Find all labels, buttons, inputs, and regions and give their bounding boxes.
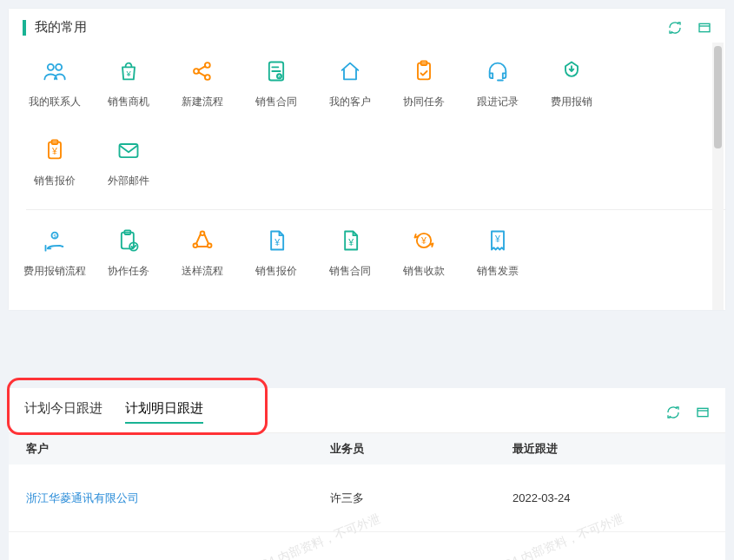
favorite-label: 我的客户 bbox=[329, 95, 371, 109]
divider bbox=[26, 209, 725, 210]
svg-text:¥: ¥ bbox=[420, 235, 427, 246]
yen-arrows-icon: ¥ bbox=[409, 227, 439, 254]
contract-icon: ¥ bbox=[261, 58, 291, 84]
favorites-header: 我的常用 bbox=[9, 9, 725, 43]
cycle-icon bbox=[188, 227, 217, 254]
mail-icon bbox=[114, 137, 143, 163]
favorite-reimbflow[interactable]: $费用报销流程 bbox=[17, 227, 91, 279]
th-last: 最近跟进 bbox=[495, 441, 725, 457]
hand-coin-icon: $ bbox=[40, 227, 69, 254]
svg-text:¥: ¥ bbox=[125, 69, 131, 78]
favorite-quote[interactable]: ¥销售报价 bbox=[17, 137, 91, 188]
favorite-label: 外部邮件 bbox=[108, 174, 149, 188]
favorite-label: 跟进记录 bbox=[477, 95, 519, 109]
favorite-sampleflow[interactable]: 送样流程 bbox=[165, 227, 239, 279]
favorite-label: 费用报销流程 bbox=[23, 264, 86, 279]
favorite-customer[interactable]: 我的客户 bbox=[313, 58, 387, 109]
headset-icon bbox=[483, 58, 512, 84]
share-icon bbox=[188, 58, 217, 84]
table-header-row: 客户 业务员 最近跟进 bbox=[9, 433, 725, 464]
favorite-newflow[interactable]: 新建流程 bbox=[165, 58, 239, 109]
favorite-label: 协同任务 bbox=[403, 95, 445, 109]
favorite-receipt[interactable]: ¥销售收款 bbox=[387, 227, 460, 279]
scrollbar-thumb[interactable] bbox=[714, 46, 722, 148]
favorite-label: 销售商机 bbox=[108, 95, 149, 109]
favorites-header-actions bbox=[668, 21, 711, 35]
favorite-label: 销售发票 bbox=[477, 264, 519, 279]
favorite-contacts[interactable]: 我的联系人 bbox=[17, 58, 91, 109]
svg-rect-0 bbox=[699, 23, 710, 31]
clipboard-icon bbox=[409, 58, 439, 84]
favorite-label: 送样流程 bbox=[182, 264, 223, 279]
svg-text:¥: ¥ bbox=[51, 146, 57, 156]
expand-icon[interactable] bbox=[696, 405, 710, 419]
file-yen-icon: ¥ bbox=[261, 227, 291, 254]
favorite-label: 销售合同 bbox=[255, 95, 297, 109]
people-icon bbox=[40, 58, 69, 84]
th-customer: 客户 bbox=[9, 441, 313, 457]
favorite-label: 协作任务 bbox=[108, 264, 149, 279]
favorite-label: 新建流程 bbox=[182, 95, 223, 109]
svg-point-3 bbox=[56, 64, 62, 70]
cell-sales: 许三多 bbox=[313, 491, 495, 506]
th-sales: 业务员 bbox=[313, 441, 495, 457]
panel-title: 我的常用 bbox=[35, 19, 87, 36]
refresh-icon[interactable] bbox=[666, 405, 680, 419]
favorites-body: 我的联系人¥销售商机新建流程¥销售合同我的客户协同任务跟进记录费用报销 ¥销售报… bbox=[9, 43, 725, 310]
cell-last: 2022-03-24 bbox=[495, 491, 725, 504]
svg-point-2 bbox=[47, 64, 53, 70]
svg-rect-30 bbox=[698, 408, 708, 416]
favorite-invoice[interactable]: ¥销售发票 bbox=[460, 227, 534, 279]
favorite-followup[interactable]: 跟进记录 bbox=[460, 58, 534, 109]
refresh-icon[interactable] bbox=[668, 21, 682, 35]
favorite-contract2[interactable]: ¥销售合同 bbox=[313, 227, 387, 279]
favorite-label: 销售收款 bbox=[403, 264, 445, 279]
file-yen-icon: ¥ bbox=[335, 227, 365, 254]
svg-text:¥: ¥ bbox=[347, 237, 354, 247]
clipboard-check-icon bbox=[114, 227, 143, 254]
cell-customer[interactable]: 浙江华菱通讯有限公司 bbox=[9, 491, 313, 506]
clipboard-yen-icon: ¥ bbox=[40, 137, 69, 163]
favorite-opportunity[interactable]: ¥销售商机 bbox=[91, 58, 165, 109]
favorite-reimb[interactable]: 费用报销 bbox=[534, 58, 608, 109]
svg-rect-16 bbox=[119, 144, 137, 157]
svg-text:¥: ¥ bbox=[274, 237, 280, 247]
bag-icon: ¥ bbox=[114, 58, 143, 84]
followup-table: 客户 业务员 最近跟进 浙江华菱通讯有限公司许三多2022-03-24 杭州八骏… bbox=[9, 433, 725, 560]
favorite-label: 销售报价 bbox=[255, 264, 297, 279]
svg-text:¥: ¥ bbox=[494, 234, 500, 244]
expand-icon[interactable] bbox=[698, 21, 711, 35]
table-row: 浙江华菱通讯有限公司许三多2022-03-24 bbox=[9, 464, 725, 532]
favorite-extmail[interactable]: 外部邮件 bbox=[91, 137, 165, 188]
followup-panel: 计划今日跟进计划明日跟进 客户 业务员 最近跟进 浙江华菱通讯有限公司许三多20… bbox=[9, 388, 725, 560]
favorite-label: 我的联系人 bbox=[29, 95, 81, 109]
title-accent-bar bbox=[23, 20, 26, 36]
favorites-panel: 我的常用 我的联系人¥销售商机新建流程¥销售合同我的客户协同任务跟进记录费用报销… bbox=[9, 9, 725, 310]
tab-today[interactable]: 计划今日跟进 bbox=[24, 400, 102, 424]
favorite-quote2[interactable]: ¥销售报价 bbox=[239, 227, 313, 279]
favorite-label: 销售合同 bbox=[329, 264, 371, 279]
favorite-coop[interactable]: 协同任务 bbox=[387, 58, 460, 109]
download-badge-icon bbox=[557, 58, 586, 84]
favorite-contract[interactable]: ¥销售合同 bbox=[239, 58, 313, 109]
favorite-label: 费用报销 bbox=[551, 95, 592, 109]
house-icon bbox=[335, 58, 365, 84]
receipt-yen-icon: ¥ bbox=[483, 227, 512, 254]
favorite-label: 销售报价 bbox=[34, 174, 76, 188]
tab-tomorrow[interactable]: 计划明日跟进 bbox=[125, 400, 203, 424]
followup-header-actions bbox=[666, 405, 710, 419]
favorite-cooptask[interactable]: 协作任务 bbox=[91, 227, 165, 279]
tabs-row: 计划今日跟进计划明日跟进 bbox=[9, 388, 725, 433]
